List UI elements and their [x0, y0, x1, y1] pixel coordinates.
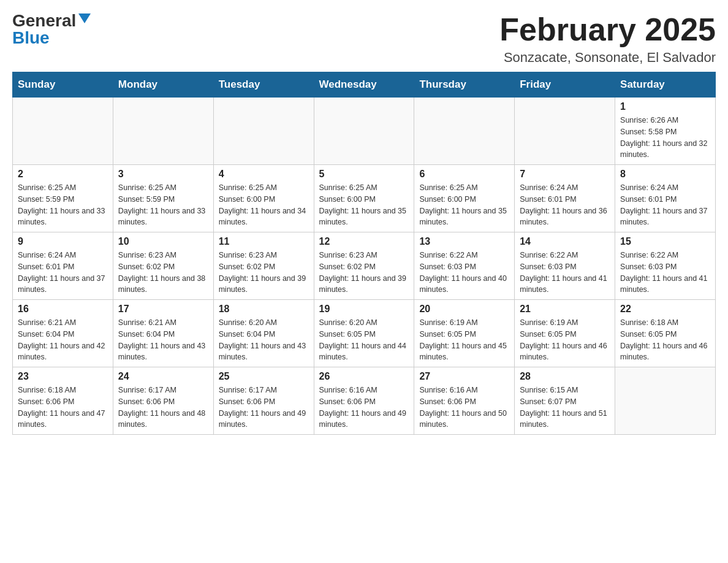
- calendar-day-header: Friday: [515, 72, 615, 98]
- day-info: Sunrise: 6:25 AM Sunset: 6:00 PM Dayligh…: [219, 182, 309, 228]
- day-info: Sunrise: 6:23 AM Sunset: 6:02 PM Dayligh…: [219, 250, 309, 296]
- day-info: Sunrise: 6:20 AM Sunset: 6:05 PM Dayligh…: [319, 317, 409, 363]
- calendar-day-cell: 1Sunrise: 6:26 AM Sunset: 5:58 PM Daylig…: [615, 98, 716, 165]
- calendar-day-cell: 26Sunrise: 6:16 AM Sunset: 6:06 PM Dayli…: [314, 367, 414, 435]
- day-info: Sunrise: 6:22 AM Sunset: 6:03 PM Dayligh…: [419, 250, 509, 296]
- day-info: Sunrise: 6:15 AM Sunset: 6:07 PM Dayligh…: [520, 385, 610, 431]
- day-info: Sunrise: 6:19 AM Sunset: 6:05 PM Dayligh…: [520, 317, 610, 363]
- calendar-day-cell: 24Sunrise: 6:17 AM Sunset: 6:06 PM Dayli…: [113, 367, 213, 435]
- day-number: 12: [319, 236, 409, 247]
- day-number: 4: [219, 169, 309, 180]
- day-info: Sunrise: 6:25 AM Sunset: 5:59 PM Dayligh…: [18, 182, 108, 228]
- calendar-day-cell: [213, 98, 314, 165]
- location-subtitle: Sonzacate, Sonsonate, El Salvador: [499, 50, 716, 66]
- day-info: Sunrise: 6:22 AM Sunset: 6:03 PM Dayligh…: [620, 250, 710, 296]
- day-number: 20: [419, 304, 509, 315]
- calendar-day-cell: 23Sunrise: 6:18 AM Sunset: 6:06 PM Dayli…: [13, 367, 113, 435]
- calendar-day-header: Tuesday: [213, 72, 314, 98]
- day-info: Sunrise: 6:18 AM Sunset: 6:05 PM Dayligh…: [620, 317, 710, 363]
- day-number: 9: [18, 236, 108, 247]
- day-number: 8: [620, 169, 710, 180]
- day-number: 22: [620, 304, 710, 315]
- calendar-day-cell: [615, 367, 716, 435]
- calendar-day-cell: 15Sunrise: 6:22 AM Sunset: 6:03 PM Dayli…: [615, 232, 716, 300]
- logo: General Blue: [12, 12, 91, 47]
- day-number: 6: [419, 169, 509, 180]
- calendar-table: SundayMondayTuesdayWednesdayThursdayFrid…: [12, 72, 716, 435]
- calendar-day-cell: 19Sunrise: 6:20 AM Sunset: 6:05 PM Dayli…: [314, 300, 414, 367]
- day-number: 19: [319, 304, 409, 315]
- calendar-day-header: Sunday: [13, 72, 113, 98]
- calendar-day-cell: [113, 98, 213, 165]
- day-info: Sunrise: 6:25 AM Sunset: 5:59 PM Dayligh…: [118, 182, 208, 228]
- logo-general-text: General: [12, 12, 76, 29]
- day-info: Sunrise: 6:17 AM Sunset: 6:06 PM Dayligh…: [219, 385, 309, 431]
- month-title: February 2025: [499, 12, 716, 47]
- day-info: Sunrise: 6:25 AM Sunset: 6:00 PM Dayligh…: [419, 182, 509, 228]
- calendar-day-cell: 2Sunrise: 6:25 AM Sunset: 5:59 PM Daylig…: [13, 165, 113, 232]
- calendar-day-cell: 12Sunrise: 6:23 AM Sunset: 6:02 PM Dayli…: [314, 232, 414, 300]
- calendar-week-row: 16Sunrise: 6:21 AM Sunset: 6:04 PM Dayli…: [13, 300, 716, 367]
- day-number: 18: [219, 304, 309, 315]
- calendar-day-cell: 3Sunrise: 6:25 AM Sunset: 5:59 PM Daylig…: [113, 165, 213, 232]
- calendar-day-cell: 28Sunrise: 6:15 AM Sunset: 6:07 PM Dayli…: [515, 367, 615, 435]
- day-info: Sunrise: 6:24 AM Sunset: 6:01 PM Dayligh…: [18, 250, 108, 296]
- day-number: 16: [18, 304, 108, 315]
- day-number: 26: [319, 371, 409, 382]
- calendar-day-cell: [515, 98, 615, 165]
- calendar-day-cell: 18Sunrise: 6:20 AM Sunset: 6:04 PM Dayli…: [213, 300, 314, 367]
- calendar-day-cell: 5Sunrise: 6:25 AM Sunset: 6:00 PM Daylig…: [314, 165, 414, 232]
- day-number: 3: [118, 169, 208, 180]
- calendar-day-cell: [314, 98, 414, 165]
- day-number: 13: [419, 236, 509, 247]
- day-number: 11: [219, 236, 309, 247]
- day-info: Sunrise: 6:16 AM Sunset: 6:06 PM Dayligh…: [419, 385, 509, 431]
- calendar-day-cell: 13Sunrise: 6:22 AM Sunset: 6:03 PM Dayli…: [414, 232, 515, 300]
- title-section: February 2025 Sonzacate, Sonsonate, El S…: [499, 12, 716, 66]
- day-number: 24: [118, 371, 208, 382]
- day-number: 28: [520, 371, 610, 382]
- calendar-day-cell: 17Sunrise: 6:21 AM Sunset: 6:04 PM Dayli…: [113, 300, 213, 367]
- day-number: 21: [520, 304, 610, 315]
- day-number: 14: [520, 236, 610, 247]
- day-info: Sunrise: 6:21 AM Sunset: 6:04 PM Dayligh…: [118, 317, 208, 363]
- calendar-day-cell: 9Sunrise: 6:24 AM Sunset: 6:01 PM Daylig…: [13, 232, 113, 300]
- day-info: Sunrise: 6:22 AM Sunset: 6:03 PM Dayligh…: [520, 250, 610, 296]
- day-info: Sunrise: 6:19 AM Sunset: 6:05 PM Dayligh…: [419, 317, 509, 363]
- calendar-day-cell: 8Sunrise: 6:24 AM Sunset: 6:01 PM Daylig…: [615, 165, 716, 232]
- calendar-day-header: Saturday: [615, 72, 716, 98]
- calendar-day-cell: 27Sunrise: 6:16 AM Sunset: 6:06 PM Dayli…: [414, 367, 515, 435]
- day-info: Sunrise: 6:20 AM Sunset: 6:04 PM Dayligh…: [219, 317, 309, 363]
- day-info: Sunrise: 6:25 AM Sunset: 6:00 PM Dayligh…: [319, 182, 409, 228]
- day-info: Sunrise: 6:26 AM Sunset: 5:58 PM Dayligh…: [620, 115, 710, 161]
- day-info: Sunrise: 6:23 AM Sunset: 6:02 PM Dayligh…: [319, 250, 409, 296]
- calendar-week-row: 23Sunrise: 6:18 AM Sunset: 6:06 PM Dayli…: [13, 367, 716, 435]
- logo-triangle-icon: [78, 13, 91, 23]
- calendar-week-row: 9Sunrise: 6:24 AM Sunset: 6:01 PM Daylig…: [13, 232, 716, 300]
- page-header: General Blue February 2025 Sonzacate, So…: [12, 12, 716, 66]
- calendar-day-cell: [13, 98, 113, 165]
- day-info: Sunrise: 6:24 AM Sunset: 6:01 PM Dayligh…: [620, 182, 710, 228]
- calendar-day-cell: 16Sunrise: 6:21 AM Sunset: 6:04 PM Dayli…: [13, 300, 113, 367]
- day-info: Sunrise: 6:17 AM Sunset: 6:06 PM Dayligh…: [118, 385, 208, 431]
- calendar-day-header: Wednesday: [314, 72, 414, 98]
- day-number: 7: [520, 169, 610, 180]
- calendar-day-cell: 10Sunrise: 6:23 AM Sunset: 6:02 PM Dayli…: [113, 232, 213, 300]
- calendar-day-cell: 4Sunrise: 6:25 AM Sunset: 6:00 PM Daylig…: [213, 165, 314, 232]
- day-number: 5: [319, 169, 409, 180]
- day-info: Sunrise: 6:24 AM Sunset: 6:01 PM Dayligh…: [520, 182, 610, 228]
- day-number: 10: [118, 236, 208, 247]
- calendar-day-cell: 11Sunrise: 6:23 AM Sunset: 6:02 PM Dayli…: [213, 232, 314, 300]
- calendar-day-cell: 20Sunrise: 6:19 AM Sunset: 6:05 PM Dayli…: [414, 300, 515, 367]
- day-info: Sunrise: 6:21 AM Sunset: 6:04 PM Dayligh…: [18, 317, 108, 363]
- calendar-day-header: Monday: [113, 72, 213, 98]
- logo-blue-text: Blue: [12, 29, 50, 47]
- day-number: 15: [620, 236, 710, 247]
- day-info: Sunrise: 6:23 AM Sunset: 6:02 PM Dayligh…: [118, 250, 208, 296]
- day-info: Sunrise: 6:16 AM Sunset: 6:06 PM Dayligh…: [319, 385, 409, 431]
- calendar-day-header: Thursday: [414, 72, 515, 98]
- day-number: 23: [18, 371, 108, 382]
- calendar-day-cell: [414, 98, 515, 165]
- day-number: 27: [419, 371, 509, 382]
- calendar-day-cell: 22Sunrise: 6:18 AM Sunset: 6:05 PM Dayli…: [615, 300, 716, 367]
